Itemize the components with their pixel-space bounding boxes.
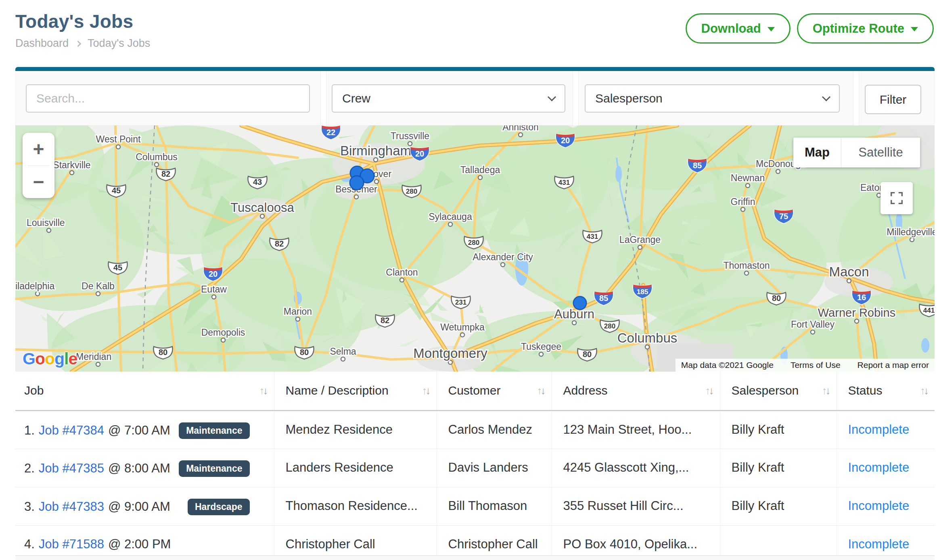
job-time: @ 7:00 AM: [108, 423, 170, 438]
svg-text:82: 82: [381, 316, 389, 325]
map-city-label: Demopolis: [201, 327, 245, 338]
svg-text:185: 185: [637, 288, 648, 296]
map-job-marker[interactable]: [573, 297, 586, 309]
svg-text:82: 82: [161, 169, 170, 178]
job-salesperson: Billy Kraft: [720, 487, 837, 525]
svg-text:20: 20: [561, 136, 570, 145]
column-header-job[interactable]: Job↑↓: [15, 372, 274, 410]
job-time: @ 8:00 AM: [108, 461, 170, 476]
sort-icon[interactable]: ↑↓: [822, 384, 829, 397]
card-accent-bar: [15, 67, 935, 71]
table-row: 4.Job #71588@ 2:00 PM Christopher Call C…: [15, 525, 935, 555]
table-row: 1.Job #47384@ 7:00 AMMaintenance Mendez …: [15, 410, 935, 449]
page-title: Today's Jobs: [15, 10, 133, 32]
job-address: 4245 Glasscott Xing,...: [552, 449, 720, 487]
map-city-label: Meridian: [76, 351, 111, 362]
crew-select[interactable]: Crew: [332, 84, 565, 113]
svg-text:280: 280: [406, 188, 417, 195]
map-city-label: Griffin: [731, 196, 755, 207]
column-header-customer[interactable]: Customer↑↓: [437, 372, 552, 410]
map-type-control: Map Satellite: [793, 138, 920, 167]
map-city-label: Auburn: [554, 307, 594, 321]
filter-button[interactable]: Filter: [865, 85, 921, 114]
map-zoom-control: + −: [23, 133, 54, 198]
map-city-label: Tuscaloosa: [230, 201, 294, 215]
breadcrumb-dashboard[interactable]: Dashboard: [15, 37, 69, 50]
map-city-label: Warner Robins: [818, 306, 895, 319]
report-map-error-link[interactable]: Report a map error: [858, 360, 929, 370]
map-city-label: Marion: [284, 306, 312, 317]
search-cell: [15, 71, 321, 125]
map-city-label: Starkville: [53, 160, 90, 170]
svg-text:20: 20: [415, 149, 424, 158]
status-link[interactable]: Incomplete: [848, 537, 910, 551]
map-job-marker[interactable]: [350, 176, 364, 190]
sort-icon[interactable]: ↑↓: [920, 384, 927, 397]
job-number-link[interactable]: Job #47383: [39, 499, 104, 514]
map-attribution: Map data ©2021 Google Terms of Use Repor…: [676, 359, 935, 372]
map-city-label: Tuskegee: [521, 341, 561, 352]
search-input[interactable]: [26, 84, 310, 113]
jobs-card: Crew Salesperson Filter West PointColumb…: [15, 67, 935, 560]
fullscreen-button[interactable]: [881, 182, 913, 214]
svg-text:85: 85: [693, 161, 702, 170]
sort-icon[interactable]: ↑↓: [705, 384, 713, 397]
optimize-route-button[interactable]: Optimize Route: [797, 13, 934, 44]
svg-text:82: 82: [275, 239, 284, 248]
map-city-label: Columbus: [617, 330, 678, 345]
zoom-in-button[interactable]: +: [23, 133, 54, 165]
fullscreen-icon: [889, 190, 904, 206]
todays-jobs-page: Today's Jobs Dashboard Today's Jobs Down…: [0, 0, 937, 560]
map-city-label: Alexander City: [473, 252, 533, 262]
job-number-link[interactable]: Job #71588: [39, 537, 104, 552]
column-header-name[interactable]: Name / Description↑↓: [274, 372, 437, 410]
satellite-view-button[interactable]: Satellite: [841, 138, 920, 167]
google-logo-letter: G: [23, 349, 35, 368]
job-name: Christopher Call: [274, 525, 437, 555]
google-logo: Google: [23, 349, 77, 368]
job-address: 355 Russet Hill Circ...: [552, 487, 720, 525]
job-index: 2.: [24, 461, 35, 476]
job-customer: Christopher Call: [437, 525, 552, 555]
svg-text:80: 80: [159, 348, 167, 357]
map-city-label: Birmingham: [340, 143, 411, 158]
job-name: Thomason Residence...: [274, 487, 437, 525]
column-header-salesperson[interactable]: Salesperson↑↓: [720, 372, 837, 410]
job-number-link[interactable]: Job #47385: [39, 461, 104, 476]
breadcrumb-current: Today's Jobs: [88, 37, 150, 50]
svg-text:85: 85: [599, 294, 608, 303]
terms-of-use-link[interactable]: Terms of Use: [791, 360, 841, 370]
job-index: 3.: [24, 499, 35, 514]
breadcrumb: Dashboard Today's Jobs: [15, 37, 150, 50]
job-salesperson: Billy Kraft: [720, 449, 837, 487]
map-city-label: Montgomery: [413, 346, 487, 361]
sort-icon[interactable]: ↑↓: [422, 384, 429, 397]
status-link[interactable]: Incomplete: [848, 422, 910, 437]
job-salesperson: [720, 525, 837, 555]
map-city-label: Thomaston: [723, 260, 770, 271]
job-salesperson: Billy Kraft: [720, 410, 837, 449]
download-button[interactable]: Download: [686, 13, 791, 44]
svg-text:431: 431: [558, 179, 570, 186]
sort-icon[interactable]: ↑↓: [259, 384, 267, 397]
sort-icon[interactable]: ↑↓: [537, 384, 544, 397]
column-header-status[interactable]: Status↑↓: [837, 372, 935, 410]
job-number-link[interactable]: Job #47384: [39, 423, 104, 438]
google-logo-letter: l: [64, 349, 68, 368]
column-header-address[interactable]: Address↑↓: [552, 372, 720, 410]
status-link[interactable]: Incomplete: [848, 460, 910, 474]
chevron-right-icon: [75, 41, 82, 47]
zoom-out-button[interactable]: −: [23, 166, 54, 199]
map-canvas[interactable]: West PointColumbusStarkvilleLouisvilleil…: [15, 125, 935, 372]
filter-cell: Filter: [859, 71, 935, 125]
job-time: @ 2:00 PM: [108, 537, 171, 552]
map-city-label: Louisville: [27, 217, 65, 228]
map-city-label: Milledgeville: [887, 227, 935, 237]
status-link[interactable]: Incomplete: [848, 499, 910, 513]
filter-bar: Crew Salesperson Filter: [15, 71, 935, 125]
salesperson-select[interactable]: Salesperson: [585, 84, 840, 113]
job-address: PO Box 4010, Opelika...: [552, 525, 720, 555]
page-header: Today's Jobs Dashboard Today's Jobs Down…: [0, 0, 937, 67]
map-view-button[interactable]: Map: [793, 138, 841, 167]
map-city-label: Wetumpka: [440, 322, 485, 332]
